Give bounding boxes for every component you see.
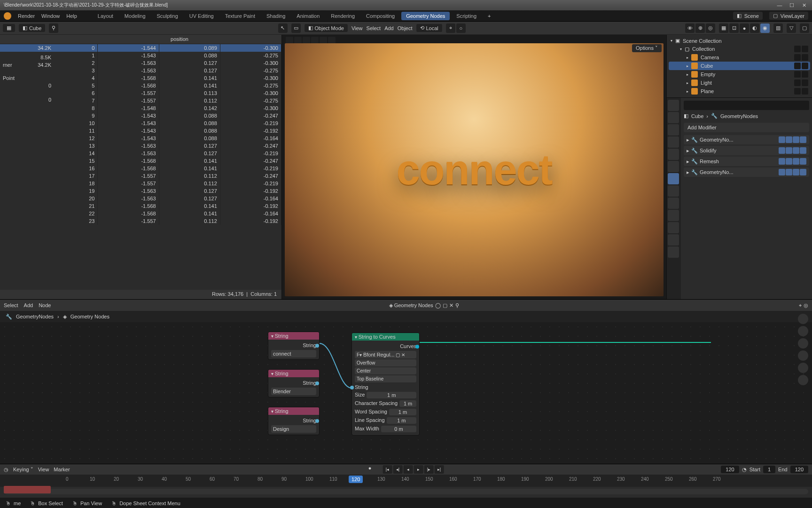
orientation-selector[interactable]: ⟲ Local: [416, 24, 442, 32]
spreadsheet-editor-type[interactable]: ▦: [3, 24, 15, 32]
spreadsheet-row[interactable]: 15-1.5680.141-0.247: [54, 157, 281, 165]
prop-tab-world[interactable]: [668, 149, 679, 160]
gizmo-icon[interactable]: ⊕: [695, 24, 705, 33]
overflow-selector[interactable]: Overflow: [355, 359, 416, 366]
solid-shading-icon[interactable]: ●: [740, 24, 749, 33]
outliner-editor-type[interactable]: ▥: [773, 24, 783, 33]
jump-end-button[interactable]: ▸|: [434, 465, 444, 474]
domain-row[interactable]: 8.5K: [0, 54, 54, 61]
prop-tab-viewlayer[interactable]: [668, 124, 679, 135]
new-collection-icon[interactable]: ▢: [800, 24, 809, 33]
current-frame-input[interactable]: 120: [721, 466, 739, 473]
menu-view[interactable]: View: [38, 467, 49, 472]
toggle-icon[interactable]: [786, 169, 792, 175]
disclosure-icon[interactable]: ▸: [687, 148, 689, 154]
word-spacing-input[interactable]: 1 m: [389, 409, 416, 415]
rendered-shading-icon[interactable]: ◉: [760, 24, 770, 33]
node-string-to-curves[interactable]: ▾ String to Curves Curves F▾ Bfont Regul…: [351, 333, 420, 436]
toggle-icon[interactable]: [793, 136, 799, 143]
max-width-input[interactable]: 0 m: [381, 426, 416, 432]
render-icon[interactable]: [802, 63, 808, 69]
toggle-icon[interactable]: [786, 147, 792, 154]
node-title[interactable]: ▾ String: [268, 332, 319, 340]
visibility-icon[interactable]: 👁: [685, 24, 695, 33]
viewport-options-dropdown[interactable]: Options ˅: [632, 44, 662, 52]
spreadsheet-row[interactable]: 10-1.5430.088-0.219: [54, 119, 281, 127]
spreadsheet-row[interactable]: 20-1.5630.127-0.164: [54, 195, 281, 202]
menu-object[interactable]: Object: [398, 25, 413, 31]
domain-row-selected[interactable]: 34.2K: [0, 44, 54, 52]
workspace-tab[interactable]: Modeling: [120, 12, 150, 20]
prop-tab-modifiers[interactable]: [668, 173, 679, 184]
sidebar-tab[interactable]: [798, 326, 808, 336]
line-spacing-input[interactable]: 1 m: [387, 417, 416, 424]
overlay-icon[interactable]: ◎: [706, 24, 715, 33]
string-value-input[interactable]: connect: [271, 350, 316, 357]
spreadsheet-row[interactable]: 13-1.5630.127-0.247: [54, 142, 281, 150]
spreadsheet-row[interactable]: 0-1.5440.089-0.300: [54, 44, 281, 52]
sidebar-tab[interactable]: [798, 375, 808, 385]
disclosure-icon[interactable]: ▸: [687, 72, 688, 77]
workspace-tab[interactable]: Sculpting: [152, 12, 183, 20]
modifier-row[interactable]: ▸🔧Solidify: [684, 146, 809, 155]
spreadsheet-row[interactable]: 3-1.5630.127-0.275: [54, 67, 281, 74]
matprev-shading-icon[interactable]: ◐: [750, 24, 759, 33]
spreadsheet-row[interactable]: 1-1.5430.088-0.275: [54, 52, 281, 59]
end-frame-input[interactable]: 120: [790, 466, 808, 473]
workspace-tab[interactable]: Texture Paint: [220, 12, 260, 20]
nodetree-selector[interactable]: ◈ Geometry Nodes: [389, 302, 433, 309]
prop-tab-constraints[interactable]: [668, 210, 679, 221]
prop-tab-particles[interactable]: [668, 185, 679, 197]
modifier-row[interactable]: ▸🔧GeometryNo...: [684, 167, 809, 177]
play-button[interactable]: ▸: [414, 465, 423, 474]
render-icon[interactable]: [802, 79, 808, 86]
outliner-item[interactable]: ▸Empty: [669, 70, 810, 79]
spreadsheet-row[interactable]: 9-1.5430.088-0.247: [54, 112, 281, 119]
node-string-2[interactable]: ▾ String String Blender: [268, 369, 320, 397]
spreadsheet-row[interactable]: 6-1.5570.113-0.300: [54, 89, 281, 97]
menu-window[interactable]: Window: [41, 13, 60, 19]
spreadsheet-object[interactable]: ◧ Cube: [19, 24, 45, 32]
prop-tab-data[interactable]: [668, 222, 679, 233]
eye-icon[interactable]: [794, 88, 801, 95]
jump-keyframe-back-button[interactable]: ◂|: [393, 465, 402, 474]
output-socket-string[interactable]: String: [271, 341, 316, 349]
menu-add[interactable]: Add: [384, 25, 394, 31]
domain-corner[interactable]: rner34.2K: [0, 61, 54, 69]
toggle-icon[interactable]: [800, 158, 806, 165]
fake-user-icon[interactable]: ◯: [435, 302, 441, 309]
toggle-icon[interactable]: [793, 158, 799, 165]
prop-tab-render[interactable]: [668, 100, 679, 111]
start-frame-input[interactable]: 1: [763, 466, 775, 473]
workspace-tab[interactable]: Compositing: [361, 12, 399, 20]
node-title[interactable]: ▾ String to Curves: [352, 333, 419, 341]
modifier-row[interactable]: ▸🔧Remesh: [684, 157, 809, 166]
spreadsheet-row[interactable]: 23-1.5570.112-0.192: [54, 217, 281, 225]
disclosure-icon[interactable]: ▸: [687, 137, 689, 143]
timeline-scrollbar[interactable]: [4, 489, 808, 494]
snap-icon[interactable]: ⌖: [799, 302, 802, 309]
disclosure-icon[interactable]: ▸: [687, 169, 689, 175]
workspace-tab[interactable]: Shading: [262, 12, 290, 20]
timeline-editor-type[interactable]: ◷: [4, 467, 8, 473]
jump-keyframe-fwd-button[interactable]: |▸: [424, 465, 433, 474]
spreadsheet-row[interactable]: 17-1.5570.112-0.247: [54, 172, 281, 180]
render-icon[interactable]: [802, 71, 808, 78]
checkbox-icon[interactable]: [794, 46, 801, 52]
unlink-icon[interactable]: ✕: [449, 302, 453, 309]
disclosure-icon[interactable]: ▸: [687, 159, 689, 165]
keyframe-range[interactable]: [4, 486, 51, 493]
toggle-icon[interactable]: [800, 147, 806, 154]
disclosure-icon[interactable]: ▾: [680, 47, 682, 51]
select-tool-icon[interactable]: ▭: [291, 24, 301, 33]
domain-row[interactable]: 0: [0, 82, 54, 89]
toggle-icon[interactable]: [779, 136, 785, 143]
spreadsheet-position-header[interactable]: position: [78, 35, 281, 44]
eye-icon[interactable]: [794, 63, 801, 69]
align-y-selector[interactable]: Top Baseline: [355, 375, 416, 382]
workspace-tab[interactable]: UV Editing: [185, 12, 219, 20]
modifier-row[interactable]: ▸🔧GeometryNo...: [684, 135, 809, 144]
outliner-scene-collection[interactable]: ▾ ▣ Scene Collection: [669, 37, 810, 45]
toggle-icon[interactable]: [786, 158, 792, 165]
mode-selector[interactable]: ◧ Object Mode: [304, 24, 348, 32]
